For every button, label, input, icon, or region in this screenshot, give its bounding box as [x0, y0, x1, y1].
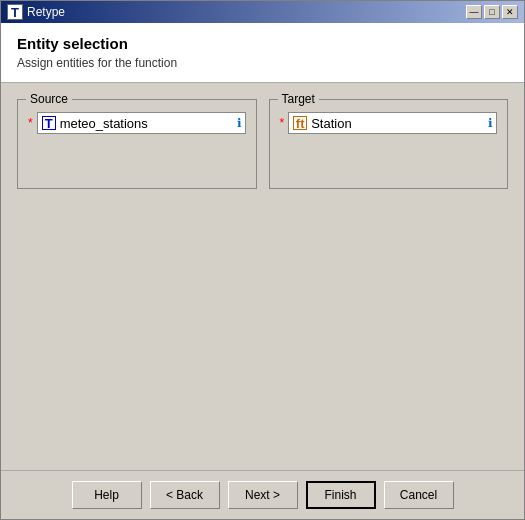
header-section: Entity selection Assign entities for the… [1, 23, 524, 83]
main-window: T Retype — □ ✕ Entity selection Assign e… [0, 0, 525, 520]
back-button[interactable]: < Back [150, 481, 220, 509]
source-value: meteo_stations [60, 116, 148, 131]
target-info-icon[interactable]: ℹ [488, 116, 493, 130]
title-bar: T Retype — □ ✕ [1, 1, 524, 23]
window-icon: T [7, 4, 23, 20]
help-button[interactable]: Help [72, 481, 142, 509]
target-input-wrapper: ft Station ℹ [288, 112, 497, 134]
source-input[interactable]: T meteo_stations [37, 112, 246, 134]
source-group: Source * T meteo_stations ℹ [17, 99, 257, 189]
target-type-icon: ft [293, 116, 307, 130]
source-input-wrapper: T meteo_stations ℹ [37, 112, 246, 134]
close-button[interactable]: ✕ [502, 5, 518, 19]
target-group-label: Target [278, 92, 319, 106]
bottom-section: Help < Back Next > Finish Cancel [1, 470, 524, 519]
source-field-row: * T meteo_stations ℹ [28, 112, 246, 134]
entity-selection-subtitle: Assign entities for the function [17, 56, 508, 70]
target-value: Station [311, 116, 351, 131]
source-type-icon: T [42, 116, 56, 130]
target-group: Target * ft Station ℹ [269, 99, 509, 189]
target-input[interactable]: ft Station [288, 112, 497, 134]
next-button[interactable]: Next > [228, 481, 298, 509]
maximize-button[interactable]: □ [484, 5, 500, 19]
finish-button[interactable]: Finish [306, 481, 376, 509]
content-area: Source * T meteo_stations ℹ Target * [1, 83, 524, 293]
source-info-icon[interactable]: ℹ [237, 116, 242, 130]
target-field-row: * ft Station ℹ [280, 112, 498, 134]
target-required-marker: * [280, 116, 285, 130]
title-bar-left: T Retype [7, 4, 65, 20]
source-required-marker: * [28, 116, 33, 130]
entity-selection-title: Entity selection [17, 35, 508, 52]
source-group-label: Source [26, 92, 72, 106]
title-bar-controls: — □ ✕ [466, 5, 518, 19]
window-title: Retype [27, 5, 65, 19]
minimize-button[interactable]: — [466, 5, 482, 19]
cancel-button[interactable]: Cancel [384, 481, 454, 509]
